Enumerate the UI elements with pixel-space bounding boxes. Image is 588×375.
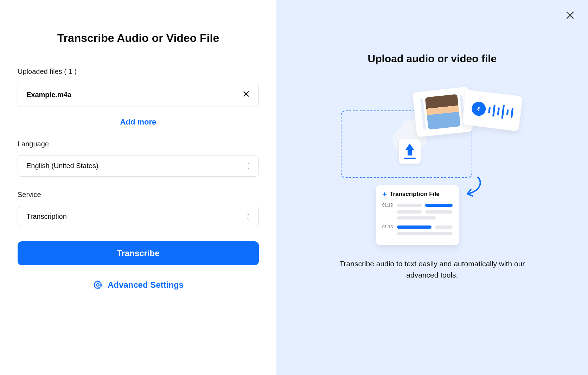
arrow-icon bbox=[460, 176, 485, 200]
advanced-settings-label: Advanced Settings bbox=[108, 280, 184, 290]
service-value: Transcription bbox=[26, 212, 67, 221]
advanced-settings-link[interactable]: Advanced Settings bbox=[18, 280, 259, 290]
close-icon bbox=[242, 90, 250, 98]
file-name: Example.m4a bbox=[26, 91, 71, 99]
svg-point-2 bbox=[96, 284, 99, 286]
language-select[interactable]: English (United States) ⌃⌃ bbox=[18, 155, 259, 177]
timestamp: 01:12 bbox=[382, 203, 394, 208]
add-more-link[interactable]: Add more bbox=[18, 117, 259, 127]
language-label: Language bbox=[18, 140, 259, 148]
language-value: English (United States) bbox=[26, 162, 98, 170]
uploaded-files-label: Uploaded files ( 1 ) bbox=[18, 68, 259, 76]
sparkle-icon: ✦ bbox=[382, 191, 387, 198]
svg-rect-5 bbox=[478, 107, 480, 109]
audio-waveform-card bbox=[462, 90, 523, 132]
remove-file-button[interactable] bbox=[242, 90, 250, 100]
uploaded-file-chip: Example.m4a bbox=[18, 83, 259, 107]
service-select[interactable]: Transcription ⌃⌃ bbox=[18, 206, 259, 227]
transcribe-button[interactable]: Transcribe bbox=[18, 241, 259, 265]
close-icon bbox=[565, 10, 575, 20]
chevron-up-down-icon: ⌃⌃ bbox=[247, 215, 250, 219]
timestamp: 01:13 bbox=[382, 224, 394, 229]
right-panel-title: Upload audio or video file bbox=[368, 53, 497, 65]
upload-icon bbox=[398, 139, 421, 164]
service-label: Service bbox=[18, 191, 259, 199]
transcription-card-title: Transcription File bbox=[390, 191, 440, 198]
right-panel-description: Transcribe audio to text easily and auto… bbox=[337, 258, 527, 280]
gear-icon bbox=[93, 280, 103, 290]
page-title: Transcribe Audio or Video File bbox=[57, 32, 219, 45]
transcription-file-card: ✦ Transcription File 01:12 01:13 bbox=[376, 185, 459, 245]
person-photo bbox=[425, 94, 460, 129]
microphone-icon bbox=[471, 101, 487, 117]
close-dialog-button[interactable] bbox=[565, 10, 575, 22]
chevron-up-down-icon: ⌃⌃ bbox=[247, 164, 250, 168]
upload-illustration: ✦ Transcription File 01:12 01:13 bbox=[341, 86, 524, 244]
